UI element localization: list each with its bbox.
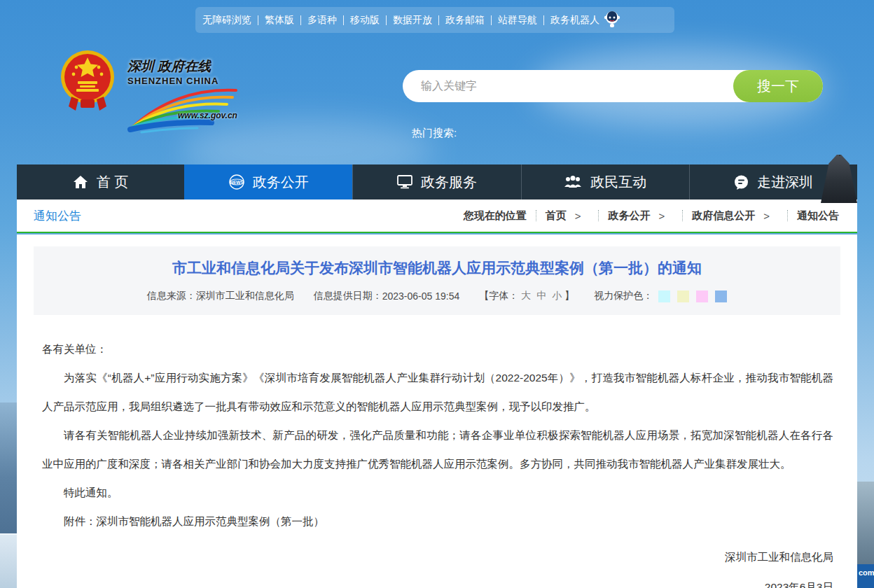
- chevron-separator: >: [763, 210, 770, 222]
- divider: [438, 15, 439, 25]
- date-label: 信息提供日期：: [314, 290, 382, 302]
- breadcrumb: 您现在的位置 首页 > 政务公开 > 政府信息公开 > 通知公告: [464, 209, 839, 223]
- nav-interaction[interactable]: 政民互动: [521, 164, 689, 200]
- chevron-separator: >: [575, 210, 581, 222]
- font-size-large-button[interactable]: 大: [521, 290, 531, 302]
- background-building: [0, 533, 17, 588]
- font-size-small-button[interactable]: 小: [552, 290, 562, 302]
- eye-protect-controls: 视力保护色：: [594, 290, 727, 302]
- divider: [536, 210, 536, 221]
- divider: [598, 210, 599, 221]
- font-size-medium-button[interactable]: 中: [536, 290, 546, 302]
- divider: [300, 15, 301, 25]
- date-value: 2023-06-05 19:54: [382, 290, 460, 302]
- divider: [787, 210, 788, 221]
- svg-text:NEWS: NEWS: [230, 180, 244, 185]
- nav-label: 政务公开: [253, 173, 309, 192]
- eye-color-blue[interactable]: [715, 290, 727, 302]
- salutation: 各有关单位：: [42, 335, 833, 363]
- nav-home[interactable]: 首 页: [17, 164, 184, 200]
- divider: [491, 15, 492, 25]
- nav-gov-services[interactable]: 政务服务: [352, 164, 520, 200]
- link-traditional[interactable]: 繁体版: [265, 14, 294, 27]
- link-accessibility[interactable]: 无障碍浏览: [202, 14, 251, 27]
- monitor-icon: [397, 175, 412, 189]
- article-meta: 信息来源： 深圳市工业和信息化局 信息提供日期： 2023-06-05 19:5…: [48, 290, 826, 302]
- logo-title-en: SHENZHEN CHINA: [127, 76, 240, 86]
- logo-url: www.sz.gov.cn: [178, 111, 237, 120]
- crumb-notices[interactable]: 通知公告: [797, 209, 839, 223]
- link-open-data[interactable]: 数据开放: [393, 14, 432, 27]
- article-title: 市工业和信息化局关于发布深圳市智能机器人应用示范典型案例（第一批）的通知: [48, 258, 826, 278]
- news-globe-icon: NEWS: [229, 174, 244, 190]
- people-icon: [564, 175, 582, 189]
- crumb-home[interactable]: 首页: [546, 209, 567, 223]
- attachment-line: 附件：深圳市智能机器人应用示范典型案例（第一批）: [42, 507, 833, 536]
- eye-protect-label: 视力保护色：: [594, 290, 653, 302]
- signature-date: 2023年6月3日: [42, 573, 833, 588]
- search-bar: 搜一下: [403, 70, 823, 102]
- top-utility-bar: 无障碍浏览 繁体版 多语种 移动版 数据开放 政务邮箱 站群导航 政务机器人: [195, 7, 674, 33]
- paragraph: 为落实《“机器人+”应用行动实施方案》《深圳市培育发展智能机器人产业集群行动计划…: [42, 363, 833, 421]
- divider: [682, 210, 683, 221]
- location-label: 您现在的位置: [464, 209, 527, 223]
- link-mobile[interactable]: 移动版: [350, 14, 380, 27]
- hot-search-label: 热门搜索:: [412, 127, 457, 140]
- nav-gov-info[interactable]: NEWS 政务公开: [184, 164, 352, 200]
- source-label: 信息来源：: [147, 290, 196, 302]
- link-multilingual[interactable]: 多语种: [307, 14, 337, 27]
- font-label-end: 】: [564, 290, 574, 302]
- closing-line: 特此通知。: [42, 478, 833, 507]
- search-button[interactable]: 搜一下: [733, 70, 823, 102]
- logo-title-cn: 深圳 政府在线: [127, 57, 240, 76]
- main-nav: 首 页 NEWS 政务公开 政务服务 政民互动 走进深圳: [17, 164, 857, 200]
- chevron-separator: >: [658, 210, 665, 222]
- skyscraper-image: [821, 155, 857, 203]
- source-value: 深圳市工业和信息化局: [196, 290, 294, 302]
- eye-color-cyan[interactable]: [658, 290, 670, 302]
- speech-bubble-icon: [734, 175, 749, 190]
- nav-label: 政民互动: [590, 173, 646, 192]
- eye-color-yellow[interactable]: [677, 290, 689, 302]
- eye-color-pink[interactable]: [696, 290, 708, 302]
- site-logo[interactable]: 深圳 政府在线 SHENZHEN CHINA www.sz.gov.cn: [57, 48, 240, 139]
- meta-date: 信息提供日期： 2023-06-05 19:54: [314, 290, 460, 302]
- eye-color-swatches: [658, 290, 727, 302]
- breadcrumb-bar: 通知公告 您现在的位置 首页 > 政务公开 > 政府信息公开 > 通知公告: [17, 200, 857, 233]
- section-title[interactable]: 通知公告: [34, 208, 81, 224]
- divider: [343, 15, 344, 25]
- paragraph: 请各有关智能机器人企业持续加强新技术、新产品的研发，强化产品质量和功能；请各企事…: [42, 421, 833, 478]
- national-emblem-icon: [57, 48, 118, 115]
- robot-icon[interactable]: [604, 10, 620, 31]
- divider: [386, 15, 387, 25]
- article-container: 市工业和信息化局关于发布深圳市智能机器人应用示范典型案例（第一批）的通知 信息来…: [17, 234, 857, 588]
- divider: [543, 15, 544, 25]
- crumb-gov-info[interactable]: 政务公开: [608, 209, 650, 223]
- nav-label: 走进深圳: [757, 173, 813, 192]
- meta-source: 信息来源： 深圳市工业和信息化局: [147, 290, 294, 302]
- divider: [258, 15, 258, 25]
- nav-label: 政务服务: [421, 173, 477, 192]
- signature-org: 深圳市工业和信息化局: [42, 542, 833, 571]
- article-body: 各有关单位： 为落实《“机器人+”应用行动实施方案》《深圳市培育发展智能机器人产…: [42, 335, 833, 588]
- link-site-nav[interactable]: 站群导航: [498, 14, 537, 27]
- font-label: 【字体：: [479, 290, 518, 302]
- link-gov-mail[interactable]: 政务邮箱: [445, 14, 485, 27]
- font-size-controls: 【字体： 大 中 小 】: [479, 290, 574, 302]
- photo-watermark: com: [859, 568, 874, 577]
- link-gov-robot[interactable]: 政务机器人: [550, 14, 599, 27]
- home-icon: [73, 175, 88, 189]
- nav-label: 首 页: [97, 173, 129, 192]
- article-header: 市工业和信息化局关于发布深圳市智能机器人应用示范典型案例（第一批）的通知 信息来…: [34, 246, 840, 315]
- crumb-gov-info-disclosure[interactable]: 政府信息公开: [692, 209, 755, 223]
